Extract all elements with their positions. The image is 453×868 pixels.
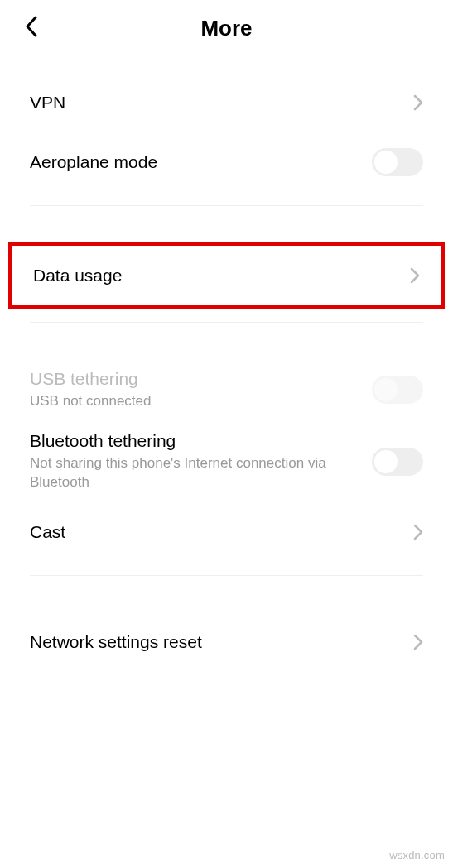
row-bt-tethering-subtitle: Not sharing this phone's Internet connec… <box>30 454 372 492</box>
page-title: More <box>17 16 436 41</box>
row-bluetooth-tethering[interactable]: Bluetooth tethering Not sharing this pho… <box>0 421 453 502</box>
row-cast[interactable]: Cast <box>0 502 453 562</box>
chevron-right-icon <box>413 524 423 540</box>
highlight-data-usage: Data usage <box>8 242 445 309</box>
row-data-usage-title: Data usage <box>33 266 410 285</box>
divider <box>30 322 423 323</box>
bluetooth-tethering-toggle[interactable] <box>372 448 423 476</box>
row-vpn[interactable]: VPN <box>0 73 453 132</box>
settings-list: VPN Aeroplane mode Data usage USB tether… <box>0 56 453 672</box>
watermark: wsxdn.com <box>389 849 445 861</box>
row-bt-tethering-title: Bluetooth tethering <box>30 431 372 451</box>
chevron-right-icon <box>413 94 423 111</box>
row-net-reset-title: Network settings reset <box>30 632 413 652</box>
divider <box>30 205 423 206</box>
chevron-right-icon <box>410 267 420 284</box>
row-vpn-title: VPN <box>30 93 413 113</box>
row-data-usage[interactable]: Data usage <box>12 246 441 305</box>
row-usb-tethering-subtitle: USB not connected <box>30 392 372 411</box>
chevron-left-icon <box>25 16 38 37</box>
row-network-settings-reset[interactable]: Network settings reset <box>0 612 453 672</box>
row-usb-tethering-title: USB tethering <box>30 369 372 389</box>
divider <box>30 575 423 576</box>
chevron-right-icon <box>413 634 423 650</box>
row-usb-tethering: USB tethering USB not connected <box>0 359 453 421</box>
aeroplane-toggle[interactable] <box>372 148 423 176</box>
usb-tethering-toggle <box>372 376 423 404</box>
back-button[interactable] <box>25 16 38 41</box>
row-aeroplane-mode[interactable]: Aeroplane mode <box>0 132 453 192</box>
row-cast-title: Cast <box>30 522 413 542</box>
row-aeroplane-title: Aeroplane mode <box>30 152 372 172</box>
header: More <box>0 0 453 56</box>
